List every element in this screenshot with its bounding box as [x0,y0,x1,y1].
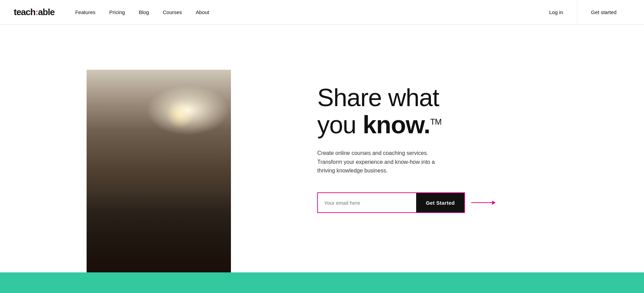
nav-item-about[interactable]: About [196,9,209,15]
headline-know: know. [363,111,430,138]
get-started-button[interactable]: Get Started [416,193,464,212]
headline-tm: TM [430,117,442,126]
hero-subtext: Create online courses and coaching servi… [317,149,448,175]
nav-link-features[interactable]: Features [75,9,96,15]
subtext-line1: Create online courses and coaching servi… [317,150,428,156]
nav-item-courses[interactable]: Courses [163,9,182,15]
navbar: teach:able Features Pricing Blog Courses… [0,0,644,25]
nav-item-features[interactable]: Features [75,9,96,15]
logo-text-part2: able [38,7,55,17]
subtext-line2: Transform your experience and know-how i… [317,159,435,165]
logo-colon: : [35,7,38,17]
hero-section: Share what you know.TM Create online cou… [0,25,644,272]
email-input[interactable] [318,193,416,212]
subtext-line3: thriving knowledge business. [317,168,388,173]
hero-content: Share what you know.TM Create online cou… [290,25,644,272]
hero-image-wrapper [0,25,290,272]
nav-item-blog[interactable]: Blog [139,9,149,15]
email-form: Get Started [317,192,465,213]
hero-image [87,70,231,272]
arrow-decoration [471,202,495,203]
arrow-line [471,202,495,203]
logo-text-part1: teach [14,7,35,17]
navbar-right: Log in Get started [535,0,630,24]
bottom-teal-bar [0,272,644,293]
nav-link-pricing[interactable]: Pricing [109,9,125,15]
nav-item-pricing[interactable]: Pricing [109,9,125,15]
hero-headline: Share what you know.TM [317,84,617,138]
nav-get-started-link[interactable]: Get started [577,0,630,24]
brand-logo[interactable]: teach:able [14,7,55,18]
login-link[interactable]: Log in [535,0,577,24]
nav-links: Features Pricing Blog Courses About [75,9,209,15]
headline-line1: Share what [317,84,439,111]
nav-link-blog[interactable]: Blog [139,9,149,15]
headline-line2-prefix: you [317,111,363,138]
nav-link-courses[interactable]: Courses [163,9,182,15]
nav-link-about[interactable]: About [196,9,209,15]
